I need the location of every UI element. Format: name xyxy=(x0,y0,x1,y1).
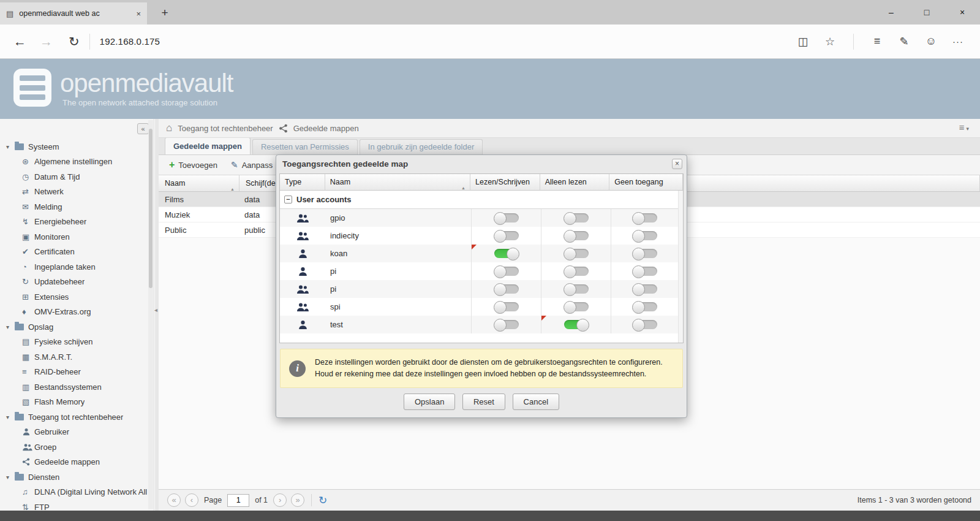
save-button[interactable]: Opslaan xyxy=(404,394,455,410)
noaccess-toggle[interactable] xyxy=(633,320,657,329)
expand-arrow-icon[interactable]: ▾ xyxy=(6,324,15,330)
scrollbar-thumb[interactable] xyxy=(149,129,153,288)
readwrite-toggle[interactable] xyxy=(494,320,519,329)
content-tab[interactable]: In gebruik zijn gedeelde folder xyxy=(360,139,483,154)
dialog-close-icon[interactable]: × xyxy=(672,159,682,169)
expand-arrow-icon[interactable]: ▾ xyxy=(6,414,15,420)
dirty-flag xyxy=(472,245,477,249)
browser-tab[interactable]: ▤ openmediavault web ac × xyxy=(0,2,147,25)
grid-scrollbar-gutter[interactable] xyxy=(678,191,683,343)
sidebar-item[interactable]: ♫ DLNA (Digital Living Network All xyxy=(0,485,148,500)
new-tab-button[interactable]: + xyxy=(154,2,175,25)
reading-view-icon[interactable]: ◫ xyxy=(790,35,816,48)
page-input[interactable] xyxy=(227,494,249,507)
prev-page-button[interactable]: ‹ xyxy=(185,493,198,507)
close-button[interactable]: × xyxy=(944,0,980,25)
sidebar-item[interactable]: ✉ Melding xyxy=(0,199,148,215)
reset-button[interactable]: Reset xyxy=(462,394,505,410)
dialog-titlebar[interactable]: Toegangsrechten gedeelde map × xyxy=(276,155,687,173)
sidebar-collapse-button[interactable]: « xyxy=(137,123,149,134)
column-header-noaccess[interactable]: Geen toegang xyxy=(609,174,683,190)
sidebar-item[interactable]: ▾ Opslag xyxy=(0,319,148,335)
breadcrumb-page[interactable]: Gedeelde mappen xyxy=(293,124,359,133)
collapse-group-icon[interactable]: − xyxy=(284,196,292,203)
sidebar-item[interactable]: ◔ Ingeplande taken xyxy=(0,259,148,275)
more-icon[interactable]: ··· xyxy=(944,36,971,47)
noaccess-toggle[interactable] xyxy=(633,249,657,258)
feedback-icon[interactable]: ☺ xyxy=(918,35,944,48)
sidebar-item[interactable]: ↻ Updatebeheer xyxy=(0,275,148,290)
readonly-toggle[interactable] xyxy=(564,267,589,276)
sidebar-item[interactable]: ⇄ Netwerk xyxy=(0,184,148,200)
column-header-name[interactable]: Naam ▲ xyxy=(325,174,470,190)
back-icon[interactable]: ← xyxy=(13,34,26,49)
forward-icon[interactable]: → xyxy=(40,34,53,49)
content-tab[interactable]: Resetten van Permissies xyxy=(252,139,358,154)
cancel-button[interactable]: Cancel xyxy=(513,394,559,410)
noaccess-toggle[interactable] xyxy=(633,284,657,294)
sidebar-item[interactable]: ▾ Systeem xyxy=(0,139,148,154)
sidebar-item[interactable]: ⊞ Extensies xyxy=(0,289,148,305)
minimize-button[interactable]: – xyxy=(873,0,909,25)
sidebar-item[interactable]: Gedeelde mappen xyxy=(0,455,148,470)
column-header-readwrite[interactable]: Lezen/Schrijven xyxy=(470,174,540,190)
url-text[interactable]: 192.168.0.175 xyxy=(100,36,160,47)
sidebar-item[interactable]: ✔ Certificaten xyxy=(0,245,148,260)
noaccess-toggle[interactable] xyxy=(633,213,657,222)
sidebar-item[interactable]: ▥ Bestandssystemen xyxy=(0,379,148,395)
sidebar-item[interactable]: ▾ Diensten xyxy=(0,470,148,485)
sidebar-item[interactable]: Groep xyxy=(0,439,148,455)
sidebar-item[interactable]: ⇅ FTP xyxy=(0,500,148,511)
readwrite-toggle[interactable] xyxy=(494,231,519,240)
add-button[interactable]: + Toevoegen xyxy=(164,158,223,173)
sidebar-item[interactable]: ▦ S.M.A.R.T. xyxy=(0,349,148,365)
sidebar-scrollbar[interactable] xyxy=(148,120,153,509)
readwrite-toggle[interactable] xyxy=(494,249,519,258)
readwrite-toggle[interactable] xyxy=(494,302,519,311)
home-icon[interactable]: ⌂ xyxy=(166,122,172,134)
sidebar-item[interactable]: ↯ Energiebeheer xyxy=(0,215,148,230)
last-page-button[interactable]: » xyxy=(291,493,304,507)
readonly-toggle[interactable] xyxy=(564,213,589,222)
readwrite-toggle[interactable] xyxy=(494,213,519,222)
edit-button[interactable]: ✎ Aanpass xyxy=(225,158,278,173)
column-header-naam[interactable]: Naam ▲ xyxy=(159,175,239,191)
sidebar-item[interactable]: ⊛ Algemene instellingen xyxy=(0,154,148,170)
maximize-button[interactable]: □ xyxy=(909,0,944,25)
breadcrumb-section[interactable]: Toegang tot rechtenbeheer xyxy=(178,124,273,133)
readonly-toggle[interactable] xyxy=(564,249,589,258)
sidebar-item[interactable]: ≡ RAID-beheer xyxy=(0,365,148,380)
sidebar-item[interactable]: ▤ Fysieke schijven xyxy=(0,335,148,350)
favorites-star-icon[interactable]: ☆ xyxy=(816,35,843,48)
noaccess-toggle[interactable] xyxy=(633,267,657,276)
sidebar-item[interactable]: ▾ Toegang tot rechtenbeheer xyxy=(0,409,148,425)
first-page-button[interactable]: « xyxy=(167,493,181,507)
expand-arrow-icon[interactable]: ▾ xyxy=(6,143,15,150)
tab-close-icon[interactable]: × xyxy=(136,9,141,18)
readonly-toggle[interactable] xyxy=(564,302,589,311)
sidebar-item[interactable]: Gebruiker xyxy=(0,425,148,440)
sidebar-item[interactable]: ▧ Flash Memory xyxy=(0,395,148,410)
expand-arrow-icon[interactable]: ▾ xyxy=(6,474,15,481)
content-tab[interactable]: Gedeelde mappen xyxy=(165,137,251,154)
sidebar-item[interactable]: ♦ OMV-Extras.org xyxy=(0,305,148,320)
noaccess-toggle[interactable] xyxy=(633,231,657,240)
splitter-collapse-icon[interactable]: ◂ xyxy=(154,306,157,313)
column-header-readonly[interactable]: Alleen lezen xyxy=(540,174,610,190)
refresh-button[interactable]: ↻ xyxy=(318,494,327,507)
panel-menu-button[interactable]: ≡▾ xyxy=(959,122,969,132)
readonly-toggle[interactable] xyxy=(564,231,589,240)
refresh-icon[interactable]: ↻ xyxy=(69,34,80,49)
readwrite-toggle[interactable] xyxy=(494,267,519,276)
noaccess-toggle[interactable] xyxy=(633,302,657,311)
readwrite-toggle[interactable] xyxy=(494,284,519,294)
hub-icon[interactable]: ≡ xyxy=(864,35,891,48)
next-page-button[interactable]: › xyxy=(273,493,287,507)
noaccess-cell xyxy=(611,209,679,227)
readonly-toggle[interactable] xyxy=(564,320,589,329)
readonly-toggle[interactable] xyxy=(564,284,589,294)
web-note-icon[interactable]: ✎ xyxy=(891,35,918,48)
column-header-type[interactable]: Type xyxy=(280,174,325,190)
sidebar-item[interactable]: ▣ Monitoren xyxy=(0,229,148,245)
sidebar-item[interactable]: ◷ Datum & Tijd xyxy=(0,169,148,184)
